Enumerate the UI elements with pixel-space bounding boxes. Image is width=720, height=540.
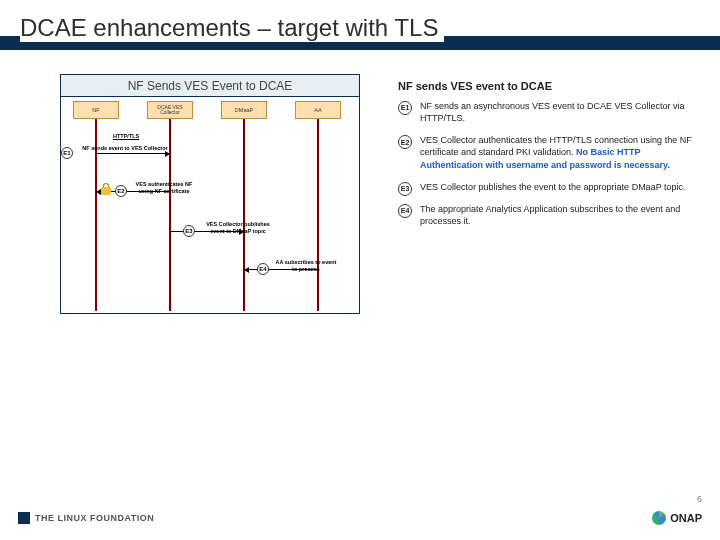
step-e2-label: VES authenticates NF using NF certificat… (129, 181, 199, 194)
step-e3-circle: E3 (183, 225, 195, 237)
arrow-e1 (97, 153, 169, 154)
lf-square-icon (18, 512, 30, 524)
right-item-e4: E4 The appropriate Analytics Application… (398, 203, 698, 227)
right-circle-e2: E2 (398, 135, 412, 149)
step-e4-label: AA subscribes to event to process (273, 259, 339, 272)
tls-label: HTTP/TLS (113, 133, 139, 139)
right-title: NF sends VES event to DCAE (398, 80, 552, 92)
step-e2-circle: E2 (115, 185, 127, 197)
onap-logo: ONAP (652, 511, 702, 525)
right-item-e3: E3 VES Collector publishes the event to … (398, 181, 698, 193)
sequence-diagram: NF Sends VES Event to DCAE NF DCAE VES C… (60, 74, 360, 314)
page-number: 6 (697, 494, 702, 504)
diagram-header: NF Sends VES Event to DCAE (61, 75, 359, 97)
lane-dmaap: DMaaP (221, 101, 267, 119)
lane-collector: DCAE VES Collector (147, 101, 193, 119)
right-circle-e3: E3 (398, 182, 412, 196)
linux-foundation-logo: THE LINUX FOUNDATION (18, 512, 154, 524)
lock-icon (101, 183, 111, 195)
right-list: E1 NF sends an asynchronous VES event to… (398, 100, 698, 237)
right-item-e1: E1 NF sends an asynchronous VES event to… (398, 100, 698, 124)
step-e3-label: VES Collector publishes event to DMaaP t… (199, 221, 277, 234)
right-circle-e4: E4 (398, 204, 412, 218)
onap-mark-icon (652, 511, 666, 525)
diagram-body: NF DCAE VES Collector DMaaP AA HTTP/TLS … (61, 97, 359, 315)
footer: THE LINUX FOUNDATION ONAP (0, 506, 720, 530)
lf-text: THE LINUX FOUNDATION (35, 513, 154, 523)
right-circle-e1: E1 (398, 101, 412, 115)
slide: DCAE enhancements – target with TLS NF S… (0, 0, 720, 540)
slide-title: DCAE enhancements – target with TLS (20, 14, 444, 42)
right-item-e2: E2 VES Collector authenticates the HTTP/… (398, 134, 698, 170)
right-text-e1: NF sends an asynchronous VES event to DC… (420, 101, 685, 123)
lifeline-aa (317, 119, 319, 311)
onap-text: ONAP (670, 512, 702, 524)
lane-aa: AA (295, 101, 341, 119)
right-text-e2-pre: VES Collector authenticates the HTTP/TLS… (420, 135, 692, 157)
right-text-e3: VES Collector publishes the event to the… (420, 182, 686, 192)
lifeline-dmaap (243, 119, 245, 311)
step-e1-circle: E1 (61, 147, 73, 159)
lane-nf: NF (73, 101, 119, 119)
step-e4-circle: E4 (257, 263, 269, 275)
step-e1-label: NF sends event to VES Collector (75, 145, 175, 152)
right-text-e4: The appropriate Analytics Application su… (420, 204, 680, 226)
